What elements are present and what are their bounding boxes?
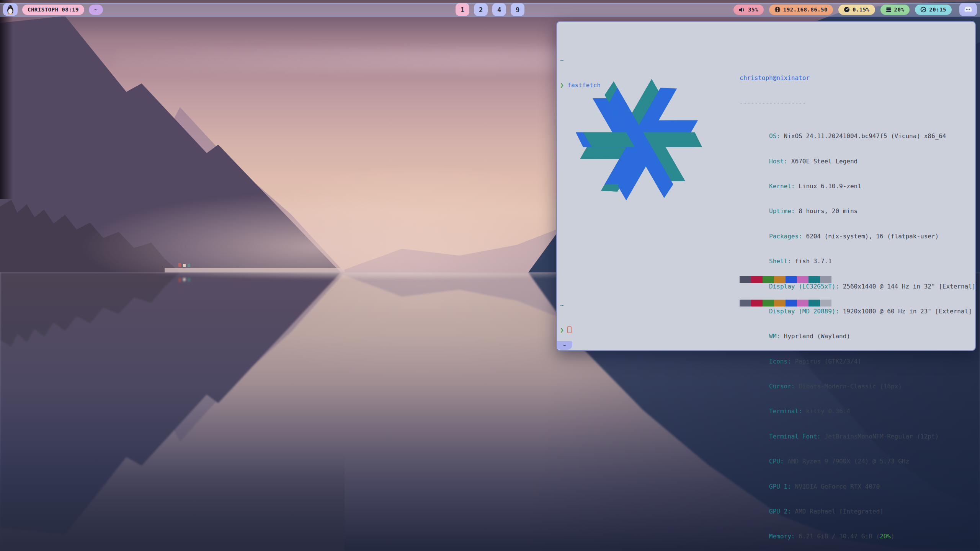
fastfetch-entry: Cursor: Bibata-Modern-Classic (16px) <box>740 374 976 399</box>
palette-swatch <box>820 276 831 283</box>
palette-swatch <box>774 276 786 283</box>
kitty-terminal-window[interactable]: ~ ❯ fastfetch christoph@nixinator ------… <box>556 21 976 351</box>
entry-value: Linux 6.10.9-zen1 <box>799 183 861 190</box>
path-pill[interactable]: ~ <box>89 5 103 15</box>
fastfetch-entry: Packages: 6204 (nix-system), 16 (flatpak… <box>740 224 976 249</box>
launcher-button[interactable] <box>3 3 18 16</box>
fastfetch-entry: Host: X670E Steel Legend <box>740 149 976 174</box>
clock-module[interactable]: 20:15 <box>915 5 952 15</box>
status-bar: CHRISTOPH 08:19 ~ 1 2 4 9 35% <box>0 3 980 16</box>
wallpaper-mist <box>57 180 632 276</box>
clock-value: 20:15 <box>929 7 946 13</box>
entry-label: Uptime <box>769 207 791 215</box>
workspace-number: 2 <box>479 6 483 13</box>
entry-label: GPU 1 <box>769 483 787 490</box>
fastfetch-entry: Kernel: Linux 6.10.9-zen1 <box>740 174 976 199</box>
fastfetch-entry: Uptime: 8 hours, 20 mins <box>740 199 976 224</box>
entry-value: 8 hours, 20 mins <box>799 207 858 215</box>
entry-value: 6204 (nix-system), 16 (flatpak-user) <box>806 233 939 240</box>
fastfetch-entry: Icons: Papirus [GTK2/3/4] <box>740 349 976 374</box>
entry-label: CPU <box>769 458 780 465</box>
entry-value: NixOS 24.11.20241004.bc947f5 (Vicuna) x8… <box>784 132 946 140</box>
terminal-color-palette <box>740 259 831 323</box>
entry-value: Papirus [GTK2/3/4] <box>795 358 861 365</box>
fastfetch-entry: OS: NixOS 24.11.20241004.bc947f5 (Vicuna… <box>740 124 976 148</box>
fastfetch-entry: Swap: Disabled <box>740 549 976 551</box>
terminal-tab[interactable]: ~ <box>557 341 572 350</box>
prompt-path: ~ <box>560 57 564 64</box>
fastfetch-separator: ------------------ <box>740 99 976 107</box>
fastfetch-host-title: christoph@nixinator <box>740 74 976 82</box>
entry-value: AMD Raphael [Integrated] <box>795 508 884 515</box>
prompt-symbol: ❯ <box>560 326 564 334</box>
fastfetch-entry: Terminal: kitty 0.36.4 <box>740 399 976 424</box>
fastfetch-entry: GPU 1: NVIDIA GeForce RTX 4070 <box>740 474 976 499</box>
memory-module[interactable]: 20% <box>880 5 910 15</box>
fastfetch-entry: GPU 2: AMD Raphael [Integrated] <box>740 499 976 524</box>
entry-value: 6.21 GiB / 30.47 GiB ( <box>799 533 880 540</box>
database-icon <box>886 7 892 13</box>
workspace-button[interactable]: 2 <box>474 3 488 16</box>
bar-left-modules: CHRISTOPH 08:19 ~ <box>3 3 103 16</box>
speaker-icon <box>739 7 745 13</box>
workspace-button[interactable]: 4 <box>492 3 506 16</box>
palette-swatch <box>763 276 774 283</box>
bar-right-modules: 35% 192.168.86.50 0.15% 20% <box>733 3 977 16</box>
workspace-number: 1 <box>461 6 464 13</box>
network-module[interactable]: 192.168.86.50 <box>769 5 833 15</box>
prompt-symbol: ❯ <box>560 82 564 89</box>
network-ip-value: 192.168.86.50 <box>783 7 828 13</box>
volume-value: 35% <box>748 7 758 13</box>
palette-swatch <box>820 300 831 306</box>
cpu-module[interactable]: 0.15% <box>838 5 875 15</box>
entry-label: OS <box>769 132 776 140</box>
entry-value: NVIDIA GeForce RTX 4070 <box>795 483 880 490</box>
entry-label: GPU 2 <box>769 508 787 515</box>
cpu-value: 0.15% <box>853 7 870 13</box>
palette-swatch <box>786 300 797 306</box>
wallpaper-water-shadow <box>0 452 345 551</box>
palette-swatch <box>740 300 751 306</box>
wallpaper-vignette <box>0 0 13 199</box>
workspace-button[interactable]: 1 <box>456 3 469 16</box>
globe-icon <box>774 7 781 13</box>
palette-swatch <box>797 276 808 283</box>
entry-label: Terminal <box>769 408 799 415</box>
gauge-icon <box>844 7 850 13</box>
palette-swatch <box>786 276 797 283</box>
prompt-path: ~ <box>560 302 564 309</box>
palette-swatch <box>763 300 774 306</box>
user-clock-label: CHRISTOPH 08:19 <box>28 7 79 13</box>
entry-value: JetBrainsMonoNFM-Regular (12pt) <box>825 433 939 440</box>
palette-swatch <box>797 300 808 306</box>
palette-swatch <box>751 276 763 283</box>
fastfetch-entry: CPU: AMD Ryzen 9 7900X (24) @ 5.73 GHz <box>740 449 976 474</box>
entry-value: 1920x1080 @ 60 Hz in 23" [External] <box>843 308 972 315</box>
fastfetch-entries: OS: NixOS 24.11.20241004.bc947f5 (Vicuna… <box>740 124 976 551</box>
entry-value: X670E Steel Legend <box>791 158 858 165</box>
terminal-tab-label: ~ <box>563 341 566 350</box>
volume-module[interactable]: 35% <box>733 5 764 15</box>
entry-value: Bibata-Modern-Classic (16px) <box>799 383 902 390</box>
fastfetch-entry: Terminal Font: JetBrainsMonoNFM-Regular … <box>740 424 976 449</box>
palette-swatch <box>808 300 820 306</box>
workspace-number: 4 <box>497 6 501 13</box>
entry-label: Cursor <box>769 383 791 390</box>
entry-value: AMD Ryzen 9 7900X (24) @ 5.73 GHz <box>787 458 909 465</box>
entry-label: Packages <box>769 233 799 240</box>
user-clock-pill[interactable]: CHRISTOPH 08:19 <box>22 5 84 15</box>
clock-icon <box>920 7 926 13</box>
palette-swatch <box>808 276 820 283</box>
entry-label: Host <box>769 158 784 165</box>
discord-module[interactable] <box>959 3 977 16</box>
palette-swatch <box>774 300 786 306</box>
tux-penguin-icon <box>6 5 15 15</box>
palette-swatch <box>751 300 763 306</box>
entry-suffix: ) <box>891 533 895 540</box>
entry-label: Icons <box>769 358 787 365</box>
fastfetch-entry: Memory: 6.21 GiB / 30.47 GiB (20%) <box>740 524 976 549</box>
entry-value: kitty 0.36.4 <box>806 408 850 415</box>
workspace-button[interactable]: 9 <box>511 3 524 16</box>
discord-icon <box>964 6 973 13</box>
entry-label: Terminal Font <box>769 433 817 440</box>
